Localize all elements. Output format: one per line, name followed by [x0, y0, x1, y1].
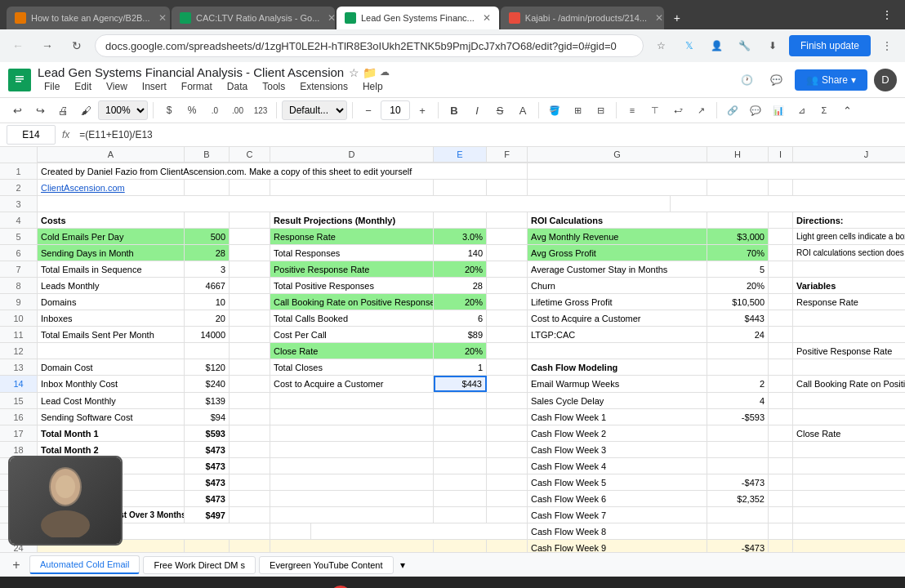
cell-C18[interactable]: [230, 442, 270, 457]
finish-update-button[interactable]: Finish update: [789, 35, 871, 56]
cell-I6[interactable]: [769, 245, 793, 261]
col-header-H[interactable]: H: [707, 147, 769, 163]
cell-C4[interactable]: [230, 212, 270, 228]
menu-extensions[interactable]: Extensions: [293, 79, 354, 94]
cell-H2[interactable]: [707, 180, 769, 195]
col-header-D[interactable]: D: [270, 147, 434, 163]
user-avatar[interactable]: D: [874, 69, 897, 91]
cell-D2[interactable]: [270, 180, 434, 195]
cell-A17[interactable]: Total Month 1: [38, 425, 185, 441]
cell-C8[interactable]: [230, 278, 270, 293]
cell-J17[interactable]: Close Rate: [793, 425, 905, 441]
more-tools-btn[interactable]: ⌃: [836, 100, 858, 121]
cell-G16[interactable]: Cash Flow Week 1: [528, 409, 707, 425]
cell-J13[interactable]: [793, 359, 905, 375]
cell-A6[interactable]: Sending Days in Month: [38, 245, 185, 261]
twitter-icon[interactable]: 𝕏: [678, 34, 701, 57]
sheet-tab-1[interactable]: Automated Cold Email: [29, 555, 140, 574]
menu-file[interactable]: File: [38, 79, 66, 94]
cell-D15[interactable]: [270, 393, 434, 408]
cell-B20[interactable]: $473: [185, 474, 230, 490]
cell-E14[interactable]: $443: [434, 376, 487, 392]
cell-D12[interactable]: Close Rate: [270, 343, 434, 359]
cell-D13[interactable]: Total Closes: [270, 359, 434, 375]
cell-F2[interactable]: [487, 180, 528, 195]
col-header-J[interactable]: J: [793, 147, 905, 163]
cell-E9[interactable]: 20%: [434, 294, 487, 310]
cell-G15[interactable]: Sales Cycle Delay: [528, 393, 707, 408]
new-tab-btn[interactable]: +: [666, 7, 689, 29]
cell-J15[interactable]: [793, 393, 905, 408]
cell-G9[interactable]: Lifetime Gross Profit: [528, 294, 707, 310]
cell-I12[interactable]: [769, 343, 793, 359]
extensions-icon[interactable]: 🔧: [733, 34, 756, 57]
cell-J11[interactable]: [793, 327, 905, 342]
cell-H13[interactable]: [707, 359, 769, 375]
cell-F15[interactable]: [487, 393, 528, 408]
cell-I22[interactable]: [769, 507, 793, 523]
cell-G19[interactable]: Cash Flow Week 4: [528, 458, 707, 474]
address-bar[interactable]: docs.google.com/spreadsheets/d/1zgHT0LE2…: [95, 34, 644, 57]
cell-B17[interactable]: $593: [185, 425, 230, 441]
sheet-tab-2[interactable]: Free Work Direct DM s: [143, 556, 256, 574]
cell-H15[interactable]: 4: [707, 393, 769, 408]
more-formats-btn[interactable]: 123: [250, 100, 271, 121]
download-icon[interactable]: ⬇: [761, 34, 784, 57]
sheet-tab-dropdown[interactable]: ▾: [400, 559, 405, 571]
cell-I7[interactable]: [769, 261, 793, 277]
cell-H23[interactable]: [707, 523, 769, 539]
col-header-G[interactable]: G: [528, 147, 707, 163]
cell-D6[interactable]: Total Responses: [270, 245, 434, 261]
cell-F6[interactable]: [487, 245, 528, 261]
cell-H14[interactable]: 2: [707, 376, 769, 392]
valign-btn[interactable]: ⊤: [644, 100, 666, 121]
profile-icon[interactable]: 👤: [706, 34, 729, 57]
cell-F10[interactable]: [487, 310, 528, 326]
cell-A2[interactable]: ClientAscension.com: [38, 180, 185, 195]
cell-C7[interactable]: [230, 261, 270, 277]
cell-B9[interactable]: 10: [185, 294, 230, 310]
redo-btn[interactable]: ↪: [29, 100, 51, 121]
menu-help[interactable]: Help: [356, 79, 390, 94]
cell-A11[interactable]: Total Emails Sent Per Month: [38, 327, 185, 342]
cell-C19[interactable]: [230, 458, 270, 474]
cell-E10[interactable]: 6: [434, 310, 487, 326]
cell-H18[interactable]: [707, 442, 769, 457]
cell-I9[interactable]: [769, 294, 793, 310]
cell-H12[interactable]: [707, 343, 769, 359]
cell-E19[interactable]: [434, 458, 487, 474]
cell-J22[interactable]: [793, 507, 905, 523]
cell-J14[interactable]: Call Booking Rate on Positive Responses: [793, 376, 905, 392]
cell-B24[interactable]: [185, 540, 230, 552]
cell-A16[interactable]: Sending Software Cost: [38, 409, 185, 425]
cell-F22[interactable]: [487, 507, 528, 523]
cell-A10[interactable]: Inboxes: [38, 310, 185, 326]
cell-F20[interactable]: [487, 474, 528, 490]
cell-G12[interactable]: [528, 343, 707, 359]
cell-I11[interactable]: [769, 327, 793, 342]
cell-D20[interactable]: [270, 474, 434, 490]
cell-D22[interactable]: [270, 507, 434, 523]
record-button[interactable]: [328, 583, 354, 588]
cell-C6[interactable]: [230, 245, 270, 261]
cell-I2[interactable]: [769, 180, 793, 195]
cell-B13[interactable]: $120: [185, 359, 230, 375]
cell-J7[interactable]: [793, 261, 905, 277]
cell-J21[interactable]: [793, 491, 905, 506]
cell-I5[interactable]: [769, 229, 793, 244]
filter-btn[interactable]: ⊿: [791, 100, 812, 121]
comment-btn[interactable]: 💬: [745, 100, 766, 121]
cell-H7[interactable]: 5: [707, 261, 769, 277]
reload-btn[interactable]: ↻: [65, 34, 88, 57]
cell-B18[interactable]: $473: [185, 442, 230, 457]
cell-D18[interactable]: [270, 442, 434, 457]
cell-E18[interactable]: [434, 442, 487, 457]
cell-A12[interactable]: [38, 343, 185, 359]
col-header-A[interactable]: A: [38, 147, 185, 163]
cell-G23[interactable]: Cash Flow Week 8: [528, 523, 707, 539]
cell-E13[interactable]: 1: [434, 359, 487, 375]
cell-E4[interactable]: [434, 212, 487, 228]
wrap-btn[interactable]: ⮐: [667, 100, 689, 121]
decrease-font-btn[interactable]: −: [358, 100, 379, 121]
cell-J6[interactable]: ROI calculations section does NOT dynami…: [793, 245, 905, 261]
